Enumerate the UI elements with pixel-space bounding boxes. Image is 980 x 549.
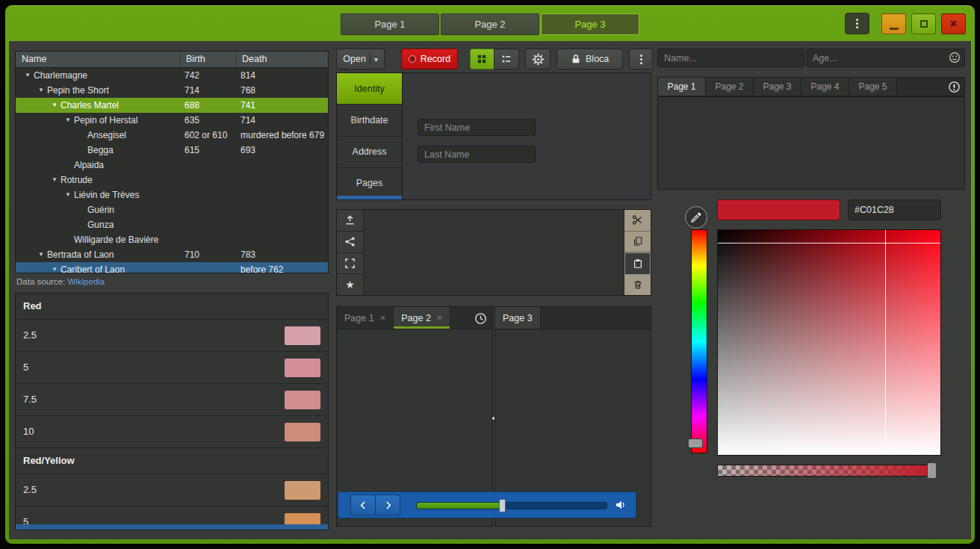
expander-icon[interactable]: ▼ bbox=[35, 247, 47, 262]
tab-page2[interactable]: Page 2 bbox=[706, 78, 754, 96]
column-header-birth[interactable]: Birth bbox=[180, 52, 236, 67]
open-menubutton[interactable]: Open ▾ bbox=[336, 49, 385, 69]
seek-slider[interactable] bbox=[416, 502, 607, 509]
table-row[interactable]: ▼Pepin of Herstal 635 714 bbox=[16, 113, 328, 128]
application-window: { "titlebar": { "tabs": [ {"label": "Pag… bbox=[0, 0, 980, 549]
paste-button[interactable] bbox=[624, 252, 651, 275]
lock-label: Bloca bbox=[586, 54, 609, 64]
eyedropper-button[interactable] bbox=[685, 206, 707, 229]
scale-value: 7.5 bbox=[23, 384, 37, 415]
info-button[interactable] bbox=[946, 78, 962, 95]
stack-tab-identity[interactable]: Identity bbox=[337, 73, 402, 105]
stack-tab-pages[interactable]: Pages bbox=[337, 168, 402, 199]
column-header-name[interactable]: Name bbox=[16, 52, 180, 67]
table-row[interactable]: ▼Liévin de Trèves bbox=[16, 187, 328, 202]
titlebar-tab-page3[interactable]: Page 3 bbox=[541, 13, 639, 35]
tab-page5[interactable]: Page 5 bbox=[849, 78, 897, 96]
expander-icon[interactable]: ▼ bbox=[49, 173, 61, 187]
cut-button[interactable] bbox=[624, 210, 651, 232]
alpha-slider-handle[interactable] bbox=[927, 462, 937, 479]
list-item[interactable]: 2.5 bbox=[16, 474, 328, 506]
expander-icon[interactable]: ▼ bbox=[49, 262, 61, 273]
table-row[interactable]: Gunza bbox=[16, 217, 328, 232]
column-header-death[interactable]: Death bbox=[236, 52, 328, 67]
emoji-picker-icon[interactable] bbox=[949, 52, 961, 63]
current-color-swatch[interactable] bbox=[717, 199, 840, 220]
next-button[interactable] bbox=[375, 494, 400, 515]
record-label: Record bbox=[421, 54, 450, 64]
scale-value: 2.5 bbox=[23, 320, 37, 351]
share-button[interactable] bbox=[337, 232, 363, 253]
table-row[interactable]: Alpaida bbox=[16, 158, 328, 173]
tab-page4[interactable]: Page 4 bbox=[801, 78, 849, 96]
stack-tab-address[interactable]: Address bbox=[337, 137, 402, 168]
previous-button[interactable] bbox=[350, 494, 376, 515]
eyedropper-icon bbox=[690, 211, 702, 223]
favorite-button[interactable]: ★ bbox=[337, 274, 363, 295]
history-button[interactable] bbox=[471, 309, 490, 327]
upload-button[interactable] bbox=[337, 210, 363, 232]
record-button[interactable]: Record bbox=[401, 49, 457, 69]
saturation-value-plane[interactable] bbox=[717, 229, 941, 456]
menu-button[interactable] bbox=[845, 13, 869, 34]
titlebar-tab-page2[interactable]: Page 2 bbox=[441, 13, 539, 35]
tab-page3[interactable]: Page 3 bbox=[754, 78, 801, 96]
settings-button[interactable] bbox=[525, 49, 551, 69]
titlebar-tab-page1[interactable]: Page 1 bbox=[341, 13, 439, 35]
copy-button[interactable] bbox=[624, 232, 651, 253]
expander-icon[interactable]: ▼ bbox=[62, 113, 74, 128]
list-section-header: Red bbox=[16, 294, 328, 320]
first-name-field[interactable] bbox=[418, 119, 536, 136]
cell-name: Pepin the Short bbox=[47, 83, 109, 98]
titlebar[interactable]: Page 1 Page 2 Page 3 × bbox=[5, 5, 975, 41]
table-row[interactable]: ▼Rotrude bbox=[16, 173, 328, 187]
name-field[interactable] bbox=[657, 49, 804, 67]
list-item[interactable]: 5 bbox=[16, 352, 328, 384]
table-row[interactable]: ▼Pepin the Short 714 768 bbox=[16, 83, 328, 98]
hue-slider-handle[interactable] bbox=[688, 438, 703, 448]
expander-icon[interactable]: ▼ bbox=[62, 187, 74, 202]
expander-icon[interactable]: ▼ bbox=[49, 98, 61, 113]
close-button[interactable]: × bbox=[941, 13, 966, 34]
table-row[interactable]: ▼Charlemagne 742 814 bbox=[16, 68, 328, 83]
tab-page2[interactable]: Page 2 × bbox=[394, 307, 450, 329]
cell-birth: 688 bbox=[180, 98, 236, 113]
list-item[interactable]: 7.5 bbox=[16, 384, 328, 416]
maximize-button[interactable] bbox=[911, 13, 936, 34]
list-item[interactable]: 10 bbox=[16, 416, 328, 448]
expander-icon[interactable]: ▼ bbox=[35, 83, 47, 98]
grid-view-toggle[interactable] bbox=[470, 49, 495, 69]
hex-color-input[interactable] bbox=[848, 199, 941, 220]
tab-close-icon[interactable]: × bbox=[437, 312, 443, 323]
age-field[interactable] bbox=[806, 49, 965, 67]
table-row[interactable]: Begga 615 693 bbox=[16, 143, 328, 158]
data-source-link[interactable]: Wikipedia bbox=[67, 277, 105, 286]
identity-stack: Identity Birthdate Address Pages bbox=[336, 72, 651, 200]
volume-button[interactable] bbox=[615, 499, 627, 511]
overflow-menu-button[interactable] bbox=[629, 49, 653, 69]
delete-button[interactable] bbox=[624, 275, 651, 296]
table-row[interactable]: Ansegisel 602 or 610 murdered before 679 bbox=[16, 128, 328, 143]
lock-button[interactable]: Bloca bbox=[556, 49, 623, 69]
fullscreen-button[interactable] bbox=[337, 253, 363, 275]
table-row[interactable]: Willigarde de Bavière bbox=[16, 232, 328, 247]
chevron-left-icon bbox=[359, 500, 368, 510]
slider-handle[interactable] bbox=[499, 499, 506, 512]
table-row[interactable]: Guérin bbox=[16, 202, 328, 217]
tab-page1[interactable]: Page 1 bbox=[658, 78, 706, 96]
tab-page1[interactable]: Page 1 × bbox=[337, 307, 394, 329]
minimize-button[interactable] bbox=[881, 13, 906, 34]
tab-close-icon[interactable]: × bbox=[380, 312, 386, 323]
stack-tab-birthdate[interactable]: Birthdate bbox=[337, 105, 402, 136]
list-view-toggle[interactable] bbox=[494, 49, 519, 69]
list-item[interactable]: 2.5 bbox=[16, 320, 328, 352]
tab-page3[interactable]: Page 3 bbox=[495, 307, 541, 329]
clock-icon bbox=[474, 312, 487, 325]
table-row-selected[interactable]: ▼Caribert of Laon before 762 bbox=[16, 262, 328, 273]
hue-slider[interactable] bbox=[691, 229, 707, 453]
last-name-field[interactable] bbox=[418, 146, 536, 163]
expander-icon[interactable]: ▼ bbox=[22, 68, 34, 83]
table-row-selected[interactable]: ▼Charles Martel 688 741 bbox=[16, 98, 328, 113]
alpha-slider[interactable] bbox=[717, 465, 935, 477]
table-row[interactable]: ▼Bertrada of Laon 710 783 bbox=[16, 247, 328, 262]
